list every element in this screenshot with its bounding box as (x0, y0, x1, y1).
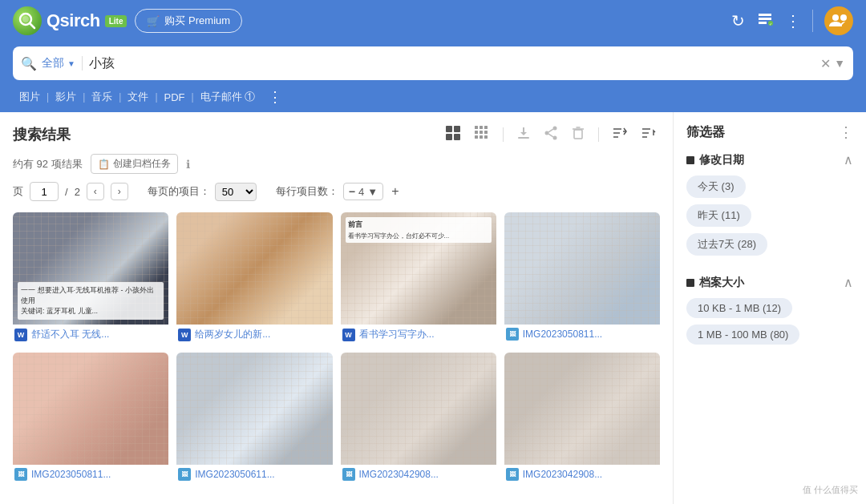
download-icon[interactable] (513, 123, 534, 147)
tab-videos[interactable]: 影片 (49, 88, 83, 106)
per-row-plus-button[interactable]: + (391, 184, 399, 199)
lite-badge: Lite (105, 15, 127, 27)
tab-images[interactable]: 图片 (13, 88, 47, 106)
filter-title: 筛选器 (686, 124, 725, 141)
app-header: Qsirch Lite 🛒 购买 Premium ↻ ✓ ⋮ (0, 0, 866, 42)
chip-yesterday[interactable]: 昨天 (11) (686, 204, 751, 227)
thumb-1: 一一 想要进入耳·无线耳机推荐 - 小孩外出使用关键词: 蓝牙耳机 儿童... (13, 212, 168, 325)
result-item-2[interactable]: W 给两岁女儿的新... (176, 212, 332, 345)
result-item-4[interactable]: 🖼 IMG2023050811... (504, 212, 660, 345)
prev-page-button[interactable]: ‹ (87, 183, 104, 200)
word-icon-3: W (342, 329, 355, 341)
next-page-button[interactable]: › (111, 183, 128, 200)
item-name-3: 看书学习写字办... (359, 328, 435, 341)
per-row-label: 每行项目数： (276, 184, 338, 199)
item-name-4: IMG2023050811... (523, 329, 602, 340)
item-label-5[interactable]: 🖼 IMG2023050811... (13, 465, 168, 484)
item-label-2[interactable]: W 给两岁女儿的新... (176, 325, 332, 345)
logo-icon (13, 6, 42, 35)
tab-pdf[interactable]: PDF (158, 90, 192, 105)
search-clear-button[interactable]: ✕ (820, 56, 831, 71)
filter-panel: 筛选器 ⋮ 修改日期 ∧ 今天 (3) 昨天 (11) 过去7天 (28) (674, 112, 866, 504)
grid-large-icon[interactable] (442, 122, 464, 147)
pagination-bar: 页 / 2 ‹ › 每页的项目： 50 25 100 每行项目数： − 4 ▼ (13, 182, 660, 201)
svg-rect-9 (446, 134, 452, 140)
search-options-button[interactable]: ▼ (834, 57, 845, 70)
buy-premium-button[interactable]: 🛒 购买 Premium (135, 9, 242, 33)
svg-point-5 (832, 14, 839, 21)
svg-rect-12 (480, 126, 483, 129)
user-avatar[interactable] (824, 6, 853, 35)
results-meta: 约有 92 项结果 📋 创建归档任务 ℹ (13, 154, 660, 174)
size-chips: 10 KB - 1 MB (12) 1 MB - 100 MB (80) (686, 298, 853, 351)
tab-email[interactable]: 电子邮件 ① (194, 88, 262, 106)
more-icon[interactable]: ⋮ (785, 11, 801, 30)
thumb-6 (176, 353, 332, 465)
section-title-size: 档案大小 (699, 276, 744, 290)
history-icon[interactable]: ✓ (756, 10, 774, 32)
view-sep-2 (598, 127, 599, 142)
filter-more-button[interactable]: ⋮ (268, 88, 282, 106)
item-label-4[interactable]: 🖼 IMG2023050811... (504, 325, 660, 344)
page-total: 2 (75, 186, 80, 198)
per-row-dropdown-icon[interactable]: ▼ (367, 186, 378, 198)
image-grid: 一一 想要进入耳·无线耳机推荐 - 小孩外出使用关键词: 蓝牙耳机 儿童... … (13, 212, 660, 484)
result-item-5[interactable]: 🖼 IMG2023050811... (13, 353, 168, 484)
header-right: ↻ ✓ ⋮ (731, 6, 853, 35)
item-label-6[interactable]: 🖼 IMG2023050611... (176, 465, 332, 484)
share-icon[interactable] (540, 123, 561, 147)
chip-today[interactable]: 今天 (3) (686, 175, 746, 198)
item-label-1[interactable]: W 舒适不入耳 无线... (13, 325, 168, 345)
search-input[interactable] (89, 56, 820, 71)
thumb-3: 前言 看书学习写字办公，台灯必不可少... (341, 212, 496, 325)
thumb-5 (13, 353, 168, 465)
item-name-7: IMG2023042908... (359, 469, 439, 480)
item-label-3[interactable]: W 看书学习写字办... (341, 325, 496, 345)
item-name-2: 给两岁女儿的新... (195, 328, 270, 341)
watermark: 值 什么值得买 (803, 484, 858, 496)
grid-small-icon[interactable] (471, 122, 493, 147)
tab-files[interactable]: 文件 (121, 88, 155, 106)
chip-1mb-100mb[interactable]: 1 MB - 100 MB (80) (686, 325, 799, 345)
img-icon-7: 🖼 (342, 468, 355, 481)
filter-tabs-bar: 图片 | 影片 | 音乐 | 文件 | PDF | 电子邮件 ① ⋮ (0, 88, 866, 112)
item-label-7[interactable]: 🖼 IMG2023042908... (341, 465, 496, 484)
per-row-minus-button[interactable]: − (349, 185, 355, 198)
tab-music[interactable]: 音乐 (85, 88, 119, 106)
delete-icon[interactable] (568, 123, 589, 147)
search-icon: 🔍 (21, 56, 37, 71)
result-item-1[interactable]: 一一 想要进入耳·无线耳机推荐 - 小孩外出使用关键词: 蓝牙耳机 儿童... … (13, 212, 168, 345)
scope-chevron-icon: ▼ (67, 59, 75, 68)
result-item-6[interactable]: 🖼 IMG2023050611... (176, 353, 332, 484)
archive-task-button[interactable]: 📋 创建归档任务 (91, 154, 178, 174)
page-number-input[interactable] (30, 182, 59, 201)
svg-line-25 (548, 134, 553, 137)
info-icon[interactable]: ℹ (186, 158, 190, 171)
svg-line-1 (30, 23, 34, 28)
item-name-1: 舒适不入耳 无线... (31, 328, 109, 341)
filter-panel-more-button[interactable]: ⋮ (839, 123, 853, 141)
svg-rect-17 (475, 135, 478, 139)
chip-10kb-1mb[interactable]: 10 KB - 1 MB (12) (686, 298, 792, 318)
thumb-8 (504, 353, 660, 465)
img-icon-4: 🖼 (506, 328, 519, 341)
results-title: 搜索结果 (13, 125, 71, 144)
view-controls (442, 122, 660, 147)
item-label-8[interactable]: 🖼 IMG2023042908... (504, 465, 660, 484)
section-dot-size (686, 279, 694, 287)
result-item-7[interactable]: 🖼 IMG2023042908... (341, 353, 496, 484)
filter-section-size-header: 档案大小 ∧ (686, 275, 853, 290)
size-collapse-button[interactable]: ∧ (844, 275, 853, 290)
per-page-select[interactable]: 50 25 100 (215, 183, 257, 201)
sort-icon[interactable] (609, 123, 631, 147)
filter-icon[interactable] (637, 123, 660, 147)
svg-rect-18 (480, 135, 483, 139)
results-panel: 搜索结果 (0, 112, 674, 504)
sync-icon[interactable]: ↻ (731, 11, 745, 30)
result-item-3[interactable]: 前言 看书学习写字办公，台灯必不可少... W 看书学习写字办... (341, 212, 496, 345)
chip-7days[interactable]: 过去7天 (28) (686, 233, 767, 256)
filter-header: 筛选器 ⋮ (686, 123, 853, 141)
result-item-8[interactable]: 🖼 IMG2023042908... (504, 353, 660, 484)
date-collapse-button[interactable]: ∧ (844, 152, 853, 167)
search-scope-selector[interactable]: 全部 ▼ (42, 56, 83, 71)
